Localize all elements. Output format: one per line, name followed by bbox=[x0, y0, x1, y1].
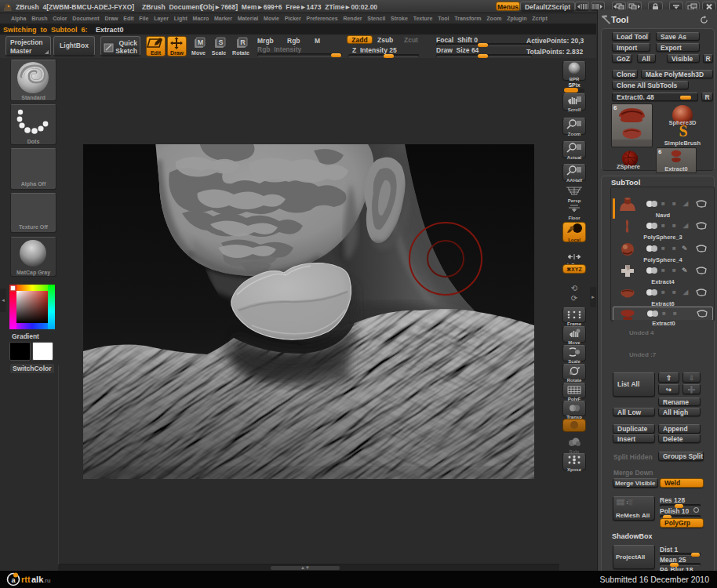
svg-text:S: S bbox=[218, 38, 223, 46]
svg-text:R: R bbox=[240, 38, 246, 46]
svg-text:S: S bbox=[679, 124, 687, 140]
svg-text:alk: alk bbox=[31, 575, 44, 584]
svg-text:rtt: rtt bbox=[21, 575, 31, 584]
svg-text:.ru: .ru bbox=[43, 577, 50, 584]
svg-text:M: M bbox=[198, 38, 204, 46]
